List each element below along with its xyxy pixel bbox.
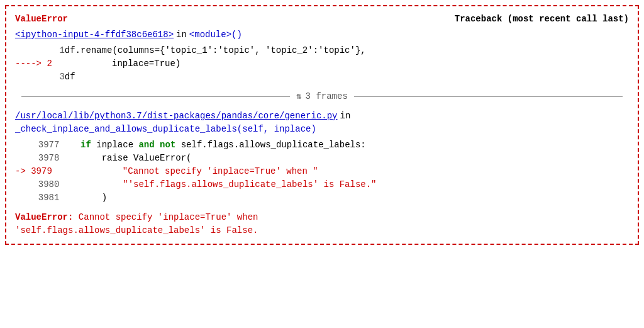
code-line-3978: 3978 raise ValueError( — [15, 152, 629, 165]
frames-divider: ⇅ 3 frames — [15, 90, 629, 103]
code-line-3980: 3980 "'self.flags.allows_duplicate_label… — [15, 178, 629, 191]
line-content-3: df — [65, 71, 75, 84]
code-line-1: 1 df.rename(columns={'topic_1':'topic', … — [15, 44, 629, 57]
final-error: ValueError: Cannot specify 'inplace=True… — [15, 211, 629, 237]
lc-3979: "Cannot specify 'inplace=True' when " — [59, 165, 318, 178]
lc-3981: ) — [59, 191, 107, 205]
final-error-msg2: 'self.flags.allows_duplicate_labels' is … — [15, 225, 258, 235]
line-content-2: inplace=True) — [59, 57, 180, 71]
second-in-text: in — [340, 110, 350, 123]
line-content-1: df.rename(columns={'topic_1':'topic', 't… — [65, 44, 366, 57]
code-line-arrow: ----> 2 inplace=True) — [15, 57, 629, 71]
lc-3978: raise ValueError( — [59, 152, 191, 165]
la-3979: -> 3979 — [15, 165, 59, 178]
lc-3980: "'self.flags.allows_duplicate_labels' is… — [59, 178, 376, 191]
in-text: in — [176, 28, 187, 42]
code-line-3: 3 df — [15, 71, 629, 84]
final-error-line1: ValueError: Cannot specify 'inplace=True… — [15, 211, 629, 224]
lc-3977: if inplace and not self.flags.allows_dup… — [59, 139, 365, 152]
second-code-block: 3977 if inplace and not self.flags.allow… — [15, 139, 629, 205]
file-link[interactable]: <ipython-input-4-ffdf38c6e618> — [15, 28, 174, 42]
first-code-block: 1 df.rename(columns={'topic_1':'topic', … — [15, 44, 629, 84]
file-reference-line: <ipython-input-4-ffdf38c6e618> in <modul… — [15, 28, 629, 42]
ln-3981: 3981 — [15, 191, 59, 205]
traceback-header: ValueError Traceback (most recent call l… — [15, 13, 629, 26]
line-num-3: 3 — [15, 71, 65, 84]
code-line-3977: 3977 if inplace and not self.flags.allow… — [15, 139, 629, 152]
module-text: <module>() — [189, 28, 242, 42]
code-line-3979: -> 3979 "Cannot specify 'inplace=True' w… — [15, 165, 629, 178]
line-arrow-2: ----> 2 — [15, 57, 59, 71]
second-file-link[interactable]: /usr/local/lib/python3.7/dist-packages/p… — [15, 110, 337, 123]
second-traceback: /usr/local/lib/python3.7/dist-packages/p… — [15, 110, 629, 136]
second-file-line: /usr/local/lib/python3.7/dist-packages/p… — [15, 110, 629, 123]
final-error-label: ValueError: — [15, 212, 73, 222]
ln-3980: 3980 — [15, 178, 59, 191]
final-error-msg1: Cannot specify 'inplace=True' when — [73, 212, 258, 222]
frames-label: 3 frames — [306, 90, 348, 103]
frames-icon: ⇅ — [296, 90, 301, 103]
error-title: ValueError — [15, 13, 68, 26]
ln-3977: 3977 — [15, 139, 59, 152]
final-error-line2: 'self.flags.allows_duplicate_labels' is … — [15, 224, 629, 237]
error-container: ValueError Traceback (most recent call l… — [5, 5, 639, 245]
line-num-1: 1 — [15, 44, 65, 57]
traceback-title: Traceback (most recent call last) — [455, 13, 629, 26]
code-line-3981: 3981 ) — [15, 191, 629, 205]
second-func-name: _check_inplace_and_allows_duplicate_labe… — [15, 123, 316, 136]
second-func-line: _check_inplace_and_allows_duplicate_labe… — [15, 123, 629, 136]
ln-3978: 3978 — [15, 152, 59, 165]
